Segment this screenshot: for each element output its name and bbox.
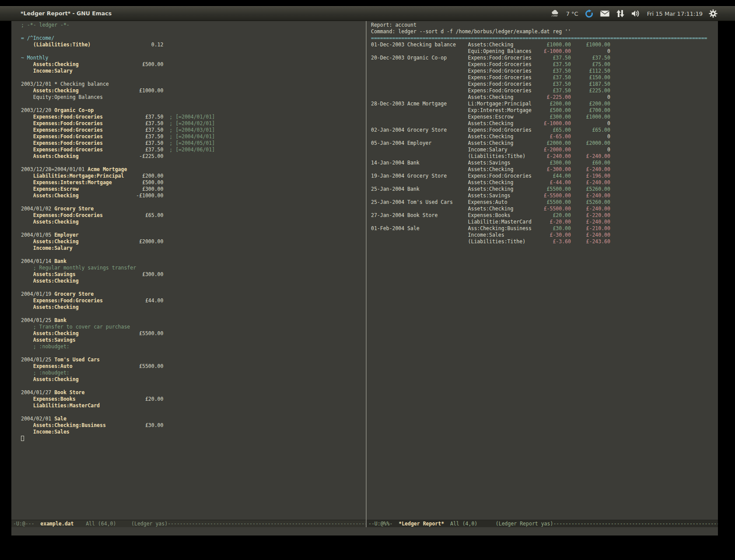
register-row: 25-Jan-2004 Tom's Used CarsExpenses:Auto… [371,199,718,206]
buffer-line: Expenses:Food:Groceries £37.50 ; [=2004/… [21,140,366,147]
clock-label[interactable]: Fri 15 Mar 17:11:19 [647,10,703,17]
buffer-line: Assets:Savings [21,337,366,343]
buffer-line: ; Regular monthly savings transfer [21,265,366,271]
modeline-position: All (64,0) [74,521,131,527]
buffer-line: 2004/02/01 Sale [21,416,366,422]
buffer-line: (Liabilities:Tithe) 0.12 [21,42,366,48]
buffer-line: Expenses:Food:Groceries £65.00 [21,212,366,219]
buffer-line: Assets:Checking £5500.00 [21,330,366,337]
modeline-filler: ----------------------------------------… [553,521,718,527]
buffer-line [21,284,366,291]
register-row: Assets:Checking£-5500.00£-240.00 [371,206,718,212]
register-row: (Liabilities:Tithe)£-3.60£-243.60 [371,238,718,245]
buffer-line [21,350,366,357]
buffer-line: Income:Salary [21,68,366,74]
modeline-buffer-name: *Ledger Report* [399,521,444,527]
buffer-line: Expenses:Food:Groceries £37.50 ; [=2004/… [21,127,366,133]
register-row: Assets:Savings£-5500.00£-240.00 [371,192,718,199]
register-row: Liabilitie:MasterCard£-20.00£-240.00 [371,219,718,225]
register-row: Assets:Checking£-44.00£-240.00 [371,179,718,186]
window-title: *Ledger Report* - GNU Emacs [21,7,112,21]
buffer-line: Expenses:Escrow £300.00 [21,186,366,192]
buffer-line: ; :nobudget: [21,370,366,376]
buffer-line: Assets:Checking:Business £30.00 [21,422,366,429]
buffer-line: Assets:Checking -£1000.00 [21,192,366,199]
register-row: 20-Dec-2003 Organic Co-opExpens:Food:Gro… [371,55,718,61]
buffer-line: Income:Salary [21,245,366,252]
buffer-line: Expenses:Auto £5500.00 [21,363,366,370]
buffer-line [21,225,366,232]
register-row: Expens:Food:Groceries£37.50£225.00 [371,88,718,94]
buffer-line: 2003/12/28=2004/01/01 Acme Mortgage [21,166,366,173]
weather-icon[interactable] [550,9,560,18]
register-row: 05-Jan-2004 EmployerAssets:Checking£2000… [371,140,718,147]
refresh-icon[interactable] [584,9,594,18]
register-rows: 01-Dec-2003 Checking balanceAssets:Check… [371,42,718,245]
modeline-major-mode: (Ledger yas) [131,521,168,527]
report-command-line: Command: ledger --sort d -f /home/borbus… [371,28,718,35]
buffer-line [21,409,366,416]
buffer-line: Equity:Opening Balances [21,94,366,101]
power-icon[interactable] [709,9,718,18]
buffer-line: ~ Monthly [21,55,366,61]
register-row: Expens:Food:Groceries£37.50£75.00 [371,61,718,68]
buffer-line: ; -*- ledger -*- [21,22,366,28]
buffer-line: Liabilities:Mortgage:Principal £200.00 [21,173,366,179]
buffer-line [21,252,366,258]
buffer-line: Expenses:Food:Groceries £37.50 ; [=2004/… [21,120,366,127]
buffer-line [21,160,366,166]
register-row: 01-Dec-2003 Checking balanceAssets:Check… [371,42,718,48]
left-buffer-lines: ; -*- ledger -*- = /^Income/ (Liabilitie… [11,21,366,520]
buffer-line: 2004/01/27 Book Store [21,389,366,396]
buffer-line [21,199,366,206]
report-title-line: Report: account [371,22,718,28]
mail-icon[interactable] [600,10,610,17]
ledger-file-window[interactable]: ; -*- ledger -*- = /^Income/ (Liabilitie… [11,21,366,520]
buffer-line: 2004/01/19 Grocery Store [21,291,366,298]
buffer-line: 2004/01/25 Tom's Used Cars [21,357,366,363]
buffer-line [21,48,366,55]
buffer-line [21,435,366,442]
buffer-line: Expenses:Interest:Mortgage £500.00 [21,179,366,186]
desktop: { "titlebar": { "title": "*Ledger Report… [0,0,735,560]
buffer-line: Liabilities:MasterCard [21,402,366,409]
echo-area[interactable] [11,527,718,536]
modeline-left[interactable]: -U:@--- example.dat All (64,0) (Ledger y… [11,520,366,527]
buffer-line: 2004/01/02 Grocery Store [21,206,366,212]
register-row: Expenses:Escrow£300.00£1000.00 [371,114,718,120]
register-row: Assets:Checking£-300.00£-240.00 [371,166,718,173]
buffer-line: Assets:Checking £2000.00 [21,238,366,245]
buffer-line: 2004/01/14 Bank [21,258,366,265]
register-row: 25-Jan-2004 BankAssets:Checking£5500.00£… [371,186,718,192]
ledger-report-window[interactable]: Report: account Command: ledger --sort d… [367,21,718,520]
right-buffer: Report: account Command: ledger --sort d… [367,21,718,520]
register-row: 27-Jan-2004 Book StoreExpenses:Books£20.… [371,212,718,219]
modeline-major-mode: (Ledger Report yas) [496,521,553,527]
buffer-line: Assets:Savings £300.00 [21,271,366,278]
register-row: Assets:Checking£-225.000 [371,94,718,101]
register-row: 14-Jan-2004 BankAssets:Savings£300.00£60… [371,160,718,166]
register-row: Assets:Checking£-1000.000 [371,120,718,127]
register-row: Expens:Food:Groceries£37.50£150.00 [371,74,718,81]
network-arrows-icon[interactable] [616,9,625,18]
register-row: 02-Jan-2004 Grocery StoreExpens:Food:Gro… [371,127,718,133]
buffer-line: 2004/01/05 Employer [21,232,366,238]
register-row: Income:Salary£-2000.000 [371,147,718,153]
buffer-line [21,28,366,35]
modeline-right[interactable]: --U:@%%- *Ledger Report* All (4,0) (Ledg… [367,520,718,527]
volume-icon[interactable] [631,10,641,18]
modeline-flags: -U:@--- [13,521,40,527]
buffer-line: = /^Income/ [21,35,366,42]
system-tray: 7 °C Fri 15 Mar 17: [550,7,718,21]
buffer-line: 2003/12/01 * Checking balance [21,81,366,88]
buffer-line [21,101,366,107]
buffer-line: Assets:Checking £500.00 [21,61,366,68]
buffer-line: Assets:Checking £1000.00 [21,88,366,94]
modeline-flags: --U:@%%- [368,521,399,527]
text-cursor [21,436,24,441]
buffer-line [21,383,366,389]
buffer-line: ; :nobudget: [21,343,366,350]
register-row: Equi:Opening Balances£-1000.000 [371,48,718,55]
buffer-line: Expenses:Food:Groceries £44.00 [21,298,366,304]
buffer-line: Assets:Checking [21,304,366,311]
